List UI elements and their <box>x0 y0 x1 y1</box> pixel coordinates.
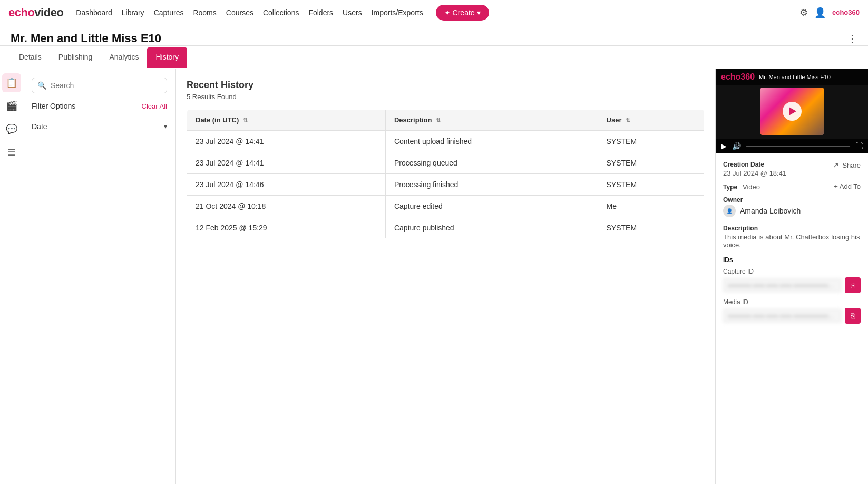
nav-link-imports-exports[interactable]: Imports/Exports <box>372 8 423 17</box>
cell-user: SYSTEM <box>598 217 704 239</box>
search-box: 🔍 <box>32 78 167 93</box>
video-logo: echo360 <box>721 72 755 82</box>
share-label: Share <box>842 161 861 169</box>
list-icon[interactable]: ☰ <box>2 143 21 162</box>
tab-details[interactable]: Details <box>11 47 50 68</box>
settings-icon[interactable]: ⚙ <box>799 7 808 18</box>
cell-description: Capture published <box>385 217 598 239</box>
description-text: This media is about Mr. Chatterbox losin… <box>723 233 861 249</box>
video-preview: echo360 Mr. Men and Little Miss E10 ▶ 🔊 … <box>716 69 868 153</box>
add-to-button[interactable]: + Add To <box>834 182 861 190</box>
main-layout: 📋🎬💬☰ 🔍 Filter Options Clear All Date ▾ R… <box>0 69 868 484</box>
cell-date: 12 Feb 2025 @ 15:29 <box>187 217 386 239</box>
column-header-description[interactable]: Description ⇅ <box>385 110 598 131</box>
date-filter[interactable]: Date ▾ <box>32 117 167 136</box>
right-panel: echo360 Mr. Men and Little Miss E10 ▶ 🔊 … <box>715 69 868 484</box>
type-label: Type <box>723 183 737 191</box>
nav-link-collections[interactable]: Collections <box>263 8 299 17</box>
cell-date: 23 Jul 2024 @ 14:41 <box>187 131 386 152</box>
table-row: 23 Jul 2024 @ 14:46Processing finishedSY… <box>187 174 705 196</box>
create-button[interactable]: ✦ Create ▾ <box>436 5 489 21</box>
owner-name: Amanda Leibovich <box>740 207 801 215</box>
table-row: 21 Oct 2024 @ 10:18Capture editedMe <box>187 196 705 217</box>
cell-user: SYSTEM <box>598 152 704 174</box>
ids-label: IDs <box>723 256 861 264</box>
history-title: Recent History <box>187 80 705 91</box>
table-row: 23 Jul 2024 @ 14:41Content upload finish… <box>187 131 705 152</box>
more-options-icon[interactable]: ⋮ <box>847 32 857 45</box>
creation-date-label: Creation Date <box>723 161 786 168</box>
cell-description: Processing queued <box>385 152 598 174</box>
type-value: Video <box>743 183 760 191</box>
media-id-label: Media ID <box>723 298 861 306</box>
add-to-label: + Add To <box>834 182 861 190</box>
share-button[interactable]: ↗ Share <box>833 161 861 169</box>
history-main: Recent History 5 Results Found Date (in … <box>176 69 715 484</box>
chevron-down-icon: ▾ <box>164 123 167 130</box>
sort-icon: ⇅ <box>243 117 248 123</box>
media-id-row: xxxxxxxx-xxxx-xxxx-xxxx-xxxxxxxxxxxx... … <box>723 308 861 324</box>
video-title-small: Mr. Men and Little Miss E10 <box>759 74 831 80</box>
page-header: Mr. Men and Little Miss E10 ⋮ <box>0 25 868 46</box>
nav-link-users[interactable]: Users <box>343 8 362 17</box>
tab-analytics[interactable]: Analytics <box>101 47 147 68</box>
fullscreen-icon[interactable]: ⛶ <box>855 142 863 150</box>
cell-date: 23 Jul 2024 @ 14:41 <box>187 152 386 174</box>
logo-dark: video <box>34 6 63 19</box>
column-header-user[interactable]: User ⇅ <box>598 110 704 131</box>
nav-link-courses[interactable]: Courses <box>226 8 253 17</box>
play-control-icon[interactable]: ▶ <box>721 142 727 150</box>
video-thumbnail[interactable] <box>760 88 824 135</box>
copy-media-id-button[interactable]: ⎘ <box>845 308 861 324</box>
logo-colored: echo <box>8 6 34 19</box>
cell-date: 21 Oct 2024 @ 10:18 <box>187 196 386 217</box>
capture-id-label: Capture ID <box>723 268 861 275</box>
filter-sidebar: 🔍 Filter Options Clear All Date ▾ <box>23 69 176 484</box>
brand-label: echo360 <box>832 8 860 16</box>
video-header: echo360 Mr. Men and Little Miss E10 <box>716 69 868 85</box>
type-row: Type Video + Add To <box>723 182 861 191</box>
chat-icon[interactable]: 💬 <box>2 120 21 139</box>
play-button[interactable] <box>783 102 802 121</box>
description-block: Description This media is about Mr. Chat… <box>723 225 861 249</box>
tab-history[interactable]: History <box>147 47 187 68</box>
user-icon[interactable]: 👤 <box>814 7 826 18</box>
clear-all-button[interactable]: Clear All <box>142 102 167 110</box>
nav-link-library[interactable]: Library <box>122 8 144 17</box>
meta-actions: Creation Date 23 Jul 2024 @ 18:41 ↗ Shar… <box>723 161 861 177</box>
column-header-date[interactable]: Date (in UTC) ⇅ <box>187 110 386 131</box>
cell-user: SYSTEM <box>598 131 704 152</box>
sort-icon: ⇅ <box>626 117 630 123</box>
cell-user: Me <box>598 196 704 217</box>
creation-date-block: Creation Date 23 Jul 2024 @ 18:41 <box>723 161 786 177</box>
capture-id-value: xxxxxxxx-xxxx-xxxx-xxxx-xxxxxxxxxxxx... <box>723 278 842 292</box>
meta-panel: Creation Date 23 Jul 2024 @ 18:41 ↗ Shar… <box>716 153 868 336</box>
owner-row: 👤 Amanda Leibovich <box>723 205 861 217</box>
media-icon[interactable]: 📋 <box>2 73 21 92</box>
nav-link-rooms[interactable]: Rooms <box>193 8 216 17</box>
results-count: 5 Results Found <box>187 93 705 101</box>
tabs-bar: DetailsPublishingAnalyticsHistory <box>0 46 868 69</box>
nav-right: ⚙ 👤 echo360 <box>799 7 860 18</box>
type-block: Type Video <box>723 182 760 191</box>
capture-id-row: xxxxxxxx-xxxx-xxxx-xxxx-xxxxxxxxxxxx... … <box>723 277 861 293</box>
filter-options-header: Filter Options Clear All <box>32 102 167 110</box>
nav-link-folders[interactable]: Folders <box>308 8 333 17</box>
cell-user: SYSTEM <box>598 174 704 196</box>
top-navigation: echovideo DashboardLibraryCapturesRoomsC… <box>0 0 868 25</box>
owner-label: Owner <box>723 196 861 204</box>
media-id-value: xxxxxxxx-xxxx-xxxx-xxxx-xxxxxxxxxxxx... <box>723 309 842 323</box>
capture-icon[interactable]: 🎬 <box>2 96 21 115</box>
cell-date: 23 Jul 2024 @ 14:46 <box>187 174 386 196</box>
progress-bar <box>746 146 850 147</box>
content-area: 🔍 Filter Options Clear All Date ▾ Recent… <box>23 69 868 484</box>
copy-capture-id-button[interactable]: ⎘ <box>845 277 861 293</box>
search-input[interactable] <box>51 81 161 90</box>
nav-link-captures[interactable]: Captures <box>154 8 184 17</box>
owner-avatar: 👤 <box>723 205 736 217</box>
nav-link-dashboard[interactable]: Dashboard <box>76 8 112 17</box>
tab-publishing[interactable]: Publishing <box>50 47 101 68</box>
volume-icon[interactable]: 🔊 <box>732 142 741 150</box>
video-controls: ▶ 🔊 ⛶ <box>716 139 868 153</box>
search-icon: 🔍 <box>37 81 46 90</box>
